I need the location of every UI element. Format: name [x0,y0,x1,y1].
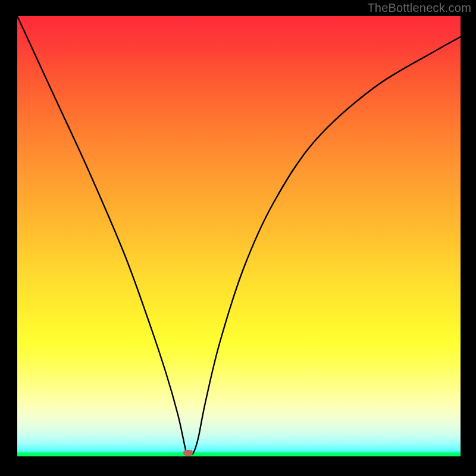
bottleneck-curve [17,16,461,456]
chart-plot-area [17,16,461,456]
watermark-text: TheBottleneck.com [367,1,471,15]
optimum-marker [183,450,193,456]
